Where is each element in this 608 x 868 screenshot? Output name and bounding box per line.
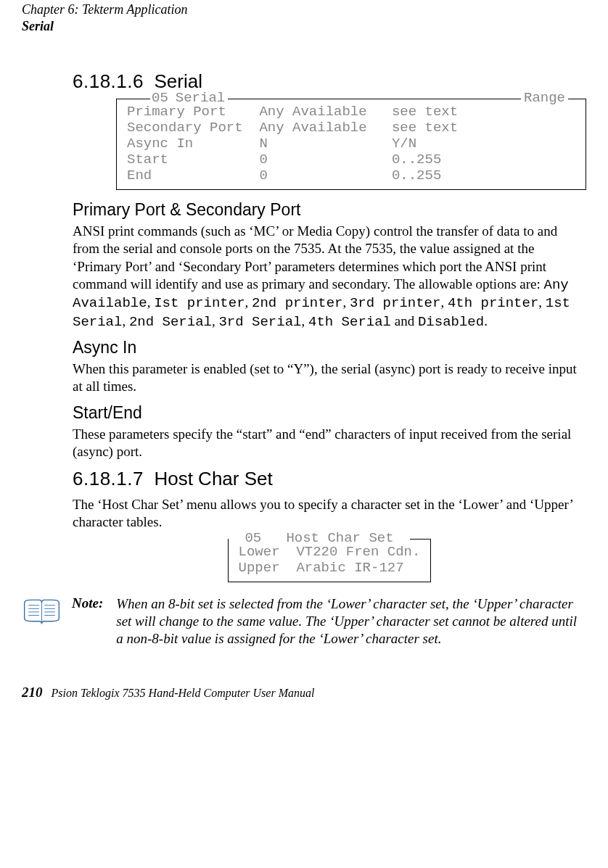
start-end-body: These parameters specify the “start” and… xyxy=(73,426,586,461)
section-title: Serial xyxy=(154,70,202,92)
primary-port-heading: Primary Port & Secondary Port xyxy=(73,200,586,220)
manual-title: Psion Teklogix 7535 Hand-Held Computer U… xyxy=(52,687,315,699)
async-in-heading: Async In xyxy=(73,338,586,357)
section-number: 6.18.1.6 xyxy=(73,70,144,92)
section-header: Serial xyxy=(22,19,586,34)
primary-port-body: ANSI print commands (such as ‘MC’ or Med… xyxy=(73,223,586,331)
section-number: 6.18.1.7 xyxy=(73,468,144,489)
box-legend-num: 05 xyxy=(245,530,261,546)
async-in-body: When this parameter is enabled (set to “… xyxy=(73,360,586,396)
page-footer: 210Psion Teklogix 7535 Hand-Held Compute… xyxy=(22,685,586,700)
section-title: Host Char Set xyxy=(154,468,272,489)
box-legend-num: 05 xyxy=(150,90,170,106)
host-row-upper: Upper Arabic IR-127 xyxy=(239,560,421,576)
serial-row-start: Start 0 0..255 xyxy=(127,152,575,168)
page-number: 210 xyxy=(22,685,43,700)
box-legend-title: Host Char Set xyxy=(286,530,393,546)
serial-row-primary: Primary Port Any Available see text xyxy=(127,104,575,120)
serial-row-secondary: Secondary Port Any Available see text xyxy=(127,120,575,136)
serial-row-async: Async In N Y/N xyxy=(127,136,575,152)
start-end-heading: Start/End xyxy=(73,403,586,423)
chapter-header: Chapter 6: Tekterm Application xyxy=(22,0,586,17)
serial-row-end: End 0 0..255 xyxy=(127,168,575,183)
book-icon xyxy=(22,597,62,629)
serial-settings-box: 05 Serial Range Primary Port Any Availab… xyxy=(116,99,586,190)
section-6-18-1-7-heading: 6.18.1.7 Host Char Set xyxy=(73,468,586,490)
host-row-lower: Lower VT220 Fren Cdn. xyxy=(239,544,421,560)
note-label: Note: xyxy=(72,595,103,611)
note-body: When an 8-bit set is selected from the ‘… xyxy=(116,595,586,648)
host-char-box: 05 Host Char Set Lower VT220 Fren Cdn. U… xyxy=(228,539,432,582)
host-char-intro: The ‘Host Char Set’ menu allows you to s… xyxy=(73,496,586,532)
box-legend-range: Range xyxy=(521,90,568,106)
box-legend-title: Serial xyxy=(176,90,228,106)
